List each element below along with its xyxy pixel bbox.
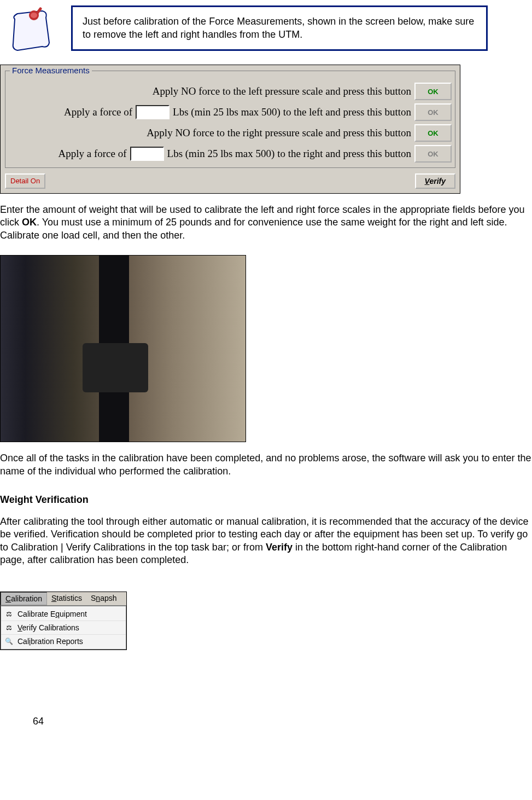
- groupbox-title: Force Measurements: [10, 66, 92, 75]
- row-label: Apply NO force to the right pressure sca…: [147, 127, 411, 139]
- menu-item-calibration-reports[interactable]: 🔍 Calibration Reports: [1, 634, 126, 648]
- menu-bar: Calibration Statistics Snapsh: [1, 592, 126, 606]
- detail-on-button[interactable]: Detail On: [5, 173, 45, 189]
- equipment-photo: [0, 255, 246, 442]
- row-label-post: Lbs (min 25 lbs max 500) to the left and…: [173, 106, 411, 118]
- pushpin-note-icon: [7, 5, 56, 55]
- menu-dropdown: ⚖ Calibrate Equipment ⚖ Verify Calibrati…: [1, 606, 126, 650]
- note-text: Just before calibration of the Force Mea…: [83, 16, 474, 40]
- menu-snapshot[interactable]: Snapsh: [86, 592, 121, 605]
- ok-button[interactable]: OK: [414, 124, 452, 142]
- calibration-row: Apply NO force to the left pressure scal…: [9, 81, 452, 102]
- scale-icon: ⚖: [4, 610, 13, 618]
- section-heading: Weight Verification: [0, 494, 532, 506]
- right-force-input[interactable]: [130, 147, 164, 161]
- menu-item-calibrate-equipment[interactable]: ⚖ Calibrate Equipment: [1, 607, 126, 621]
- ok-button[interactable]: OK: [414, 103, 452, 121]
- menu-item-verify-calibrations[interactable]: ⚖ Verify Calibrations: [1, 621, 126, 634]
- row-label-post: Lbs (min 25 lbs max 500) to the right an…: [167, 148, 411, 160]
- instruction-paragraph: Enter the amount of weight that will be …: [0, 204, 532, 242]
- instruction-paragraph: After calibrating the tool through eithe…: [0, 515, 532, 567]
- verify-button[interactable]: Verify: [415, 173, 455, 189]
- calibration-row: Apply a force of Lbs (min 25 lbs max 500…: [9, 102, 452, 123]
- ok-button[interactable]: OK: [414, 83, 452, 100]
- left-force-input[interactable]: [136, 105, 169, 119]
- page-number: 64: [33, 716, 532, 727]
- svg-point-1: [31, 13, 37, 18]
- force-measurements-dialog: Force Measurements Apply NO force to the…: [0, 65, 460, 194]
- instruction-paragraph: Once all of the tasks in the calibration…: [0, 452, 532, 478]
- calibration-row: Apply NO force to the right pressure sca…: [9, 123, 452, 143]
- ok-button[interactable]: OK: [414, 145, 452, 163]
- menu-statistics[interactable]: Statistics: [47, 592, 86, 605]
- report-icon: 🔍: [4, 637, 13, 646]
- callout-note-box: Just before calibration of the Force Mea…: [71, 5, 488, 51]
- force-measurements-groupbox: Force Measurements Apply NO force to the…: [5, 71, 455, 168]
- calibration-menu-screenshot: Calibration Statistics Snapsh ⚖ Calibrat…: [0, 592, 127, 650]
- row-label-pre: Apply a force of: [64, 106, 132, 118]
- scale-icon: ⚖: [4, 623, 13, 632]
- row-label: Apply NO force to the left pressure scal…: [153, 85, 411, 97]
- calibration-row: Apply a force of Lbs (min 25 lbs max 500…: [9, 143, 452, 164]
- menu-calibration[interactable]: Calibration: [1, 592, 47, 605]
- row-label-pre: Apply a force of: [59, 148, 127, 160]
